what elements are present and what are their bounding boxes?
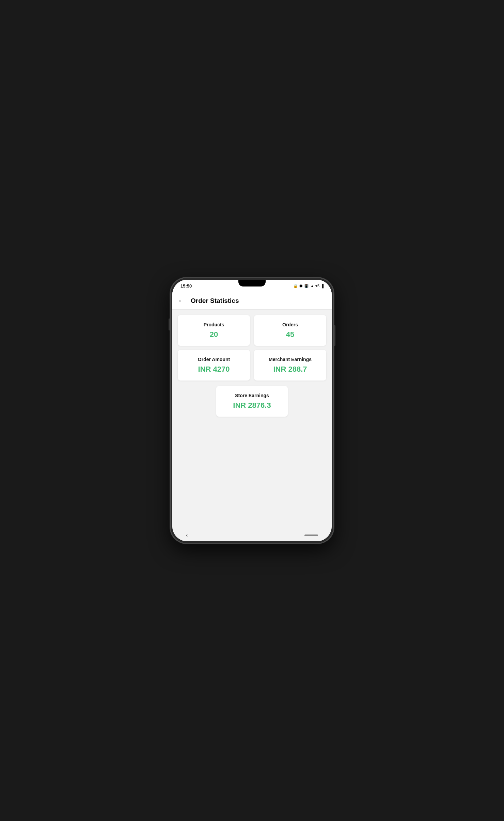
- app-header: ← Order Statistics: [172, 292, 332, 310]
- home-pill[interactable]: [304, 535, 318, 536]
- stats-grid: Products 20 Orders 45 Order Amount INR 4…: [172, 310, 332, 386]
- order-amount-label: Order Amount: [198, 357, 230, 362]
- orders-label: Orders: [282, 322, 298, 327]
- products-value: 20: [210, 330, 218, 339]
- store-earnings-row: Store Earnings INR 2876.3: [172, 386, 332, 422]
- page-title: Order Statistics: [191, 297, 239, 305]
- lock-icon: 🔒: [293, 284, 298, 288]
- status-time: 15:50: [180, 283, 192, 289]
- merchant-earnings-label: Merchant Earnings: [269, 357, 312, 362]
- notch: [238, 280, 266, 286]
- order-amount-card: Order Amount INR 4270: [178, 350, 250, 381]
- signal-icon: ▲: [310, 284, 314, 288]
- merchant-earnings-card: Merchant Earnings INR 288.7: [254, 350, 326, 381]
- phone-frame: 15:50 🔒 ⬢ 📳 ▲ ▾5 ▐ ← Order Statistics: [170, 278, 334, 543]
- orders-value: 45: [286, 330, 294, 339]
- order-amount-value: INR 4270: [198, 365, 230, 374]
- battery-icon: ▐: [321, 284, 324, 288]
- store-earnings-card: Store Earnings INR 2876.3: [216, 386, 287, 417]
- bottom-nav: ‹: [172, 529, 332, 541]
- products-label: Products: [204, 322, 224, 327]
- status-icons: 🔒 ⬢ 📳 ▲ ▾5 ▐: [293, 284, 324, 288]
- vibrate-icon: 📳: [304, 284, 309, 288]
- store-earnings-value: INR 2876.3: [233, 401, 271, 410]
- wifi-icon: ▾5: [315, 284, 319, 288]
- merchant-earnings-value: INR 288.7: [273, 365, 307, 374]
- back-button[interactable]: ←: [178, 297, 185, 305]
- nav-back-icon[interactable]: ‹: [186, 532, 188, 538]
- phone-screen: 15:50 🔒 ⬢ 📳 ▲ ▾5 ▐ ← Order Statistics: [172, 280, 332, 541]
- app-content: ← Order Statistics Products 20 Orders 45…: [172, 292, 332, 529]
- store-earnings-label: Store Earnings: [235, 393, 269, 398]
- orders-card: Orders 45: [254, 315, 326, 346]
- products-card: Products 20: [178, 315, 250, 346]
- bluetooth-icon: ⬢: [299, 284, 303, 288]
